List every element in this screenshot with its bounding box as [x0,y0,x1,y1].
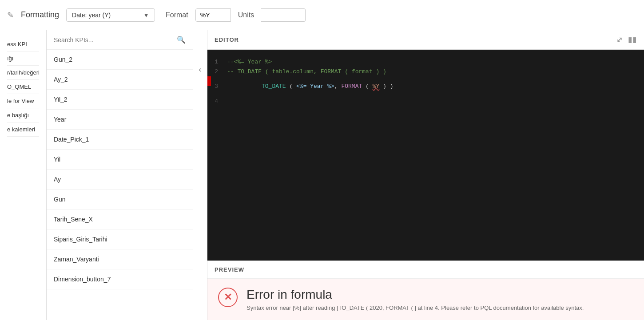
editor-code[interactable]: 1 --<%= Year %> 2 -- TO_DATE ( table.col… [207,50,644,261]
error-content: Error in formula Syntax error near [%] a… [246,288,584,311]
dropdown-value: Date: year (Y) [72,12,111,19]
format-input[interactable] [195,8,231,22]
sidebar-item-view[interactable]: le for View [7,94,39,108]
format-label: Format [166,11,188,19]
sidebar-item-kalemleri[interactable]: e kalemleri [7,122,39,137]
sidebar-item-tarih[interactable]: r/tarih/değerl [7,66,39,80]
kpi-list: Gun_2 Ay_2 Yil_2 Year Date_Pick_1 Yil Ay… [47,50,193,320]
error-box: ✕ Error in formula Syntax error near [%]… [207,279,644,320]
editor-label: EDITOR [215,36,239,43]
date-format-dropdown[interactable]: Date: year (Y) ▼ [66,8,155,22]
collapse-panel-button[interactable]: ‹ [193,30,207,320]
kpi-search-row: 🔍 [47,30,193,50]
chevron-left-icon: ‹ [199,66,201,74]
main-layout: ess KPI ığı r/tarih/değerl O_QMEL le for… [0,30,644,320]
formatting-label: Formatting [21,10,59,20]
kpi-search-input[interactable] [54,36,177,43]
split-view-icon[interactable]: ▮▮ [628,36,637,44]
error-title: Error in formula [246,288,584,302]
kpi-item-ay[interactable]: Ay [47,170,193,190]
kpi-item-zaman[interactable]: Zaman_Varyanti [47,249,193,269]
kpi-item-dimension7[interactable]: Dimension_button_7 [47,269,193,289]
preview-area: PREVIEW ✕ Error in formula Syntax error … [207,261,644,320]
search-icon: 🔍 [177,36,186,44]
code-line-2: 2 -- TO_DATE ( table.column, FORMAT ( fo… [207,67,644,76]
sidebar-item-ess-kpi[interactable]: ess KPI [7,37,39,51]
units-input[interactable] [261,8,306,22]
kpi-panel: 🔍 Gun_2 Ay_2 Yil_2 Year Date_Pick_1 Yil … [47,30,193,320]
kpi-item-siparis[interactable]: Siparis_Giris_Tarihi [47,229,193,249]
kpi-item-gun2[interactable]: Gun_2 [47,50,193,70]
preview-label: PREVIEW [215,266,244,273]
error-circle-icon: ✕ [218,288,238,307]
sidebar-item-qmel[interactable]: O_QMEL [7,80,39,94]
kpi-item-datepick1[interactable]: Date_Pick_1 [47,130,193,150]
line-content-3: TO_DATE ( <%= Year %>, FORMAT ( %Y ) ) [225,76,644,96]
sidebar-item-basligi[interactable]: e başlığı [7,108,39,122]
kpi-item-gun[interactable]: Gun [47,190,193,209]
left-sidebar: ess KPI ığı r/tarih/değerl O_QMEL le for… [0,30,47,320]
kpi-item-ay2[interactable]: Ay_2 [47,70,193,90]
toolbar: ✎ Formatting Date: year (Y) ▼ Format Uni… [0,0,644,30]
formatting-icon: ✎ [7,10,14,20]
error-message: Syntax error near [%] after reading [TO_… [246,304,584,311]
kpi-item-yil2[interactable]: Yil_2 [47,90,193,110]
line-num-4: 4 [207,98,225,105]
editor-header: EDITOR ⤢ ▮▮ [207,30,644,50]
expand-icon[interactable]: ⤢ [616,36,623,44]
units-label: Units [238,11,254,19]
line-content-2: -- TO_DATE ( table.column, FORMAT ( form… [225,68,644,75]
sidebar-item-igi[interactable]: ığı [7,51,39,66]
line-num-2: 2 [207,68,225,75]
chevron-down-icon: ▼ [143,12,149,19]
editor-area: EDITOR ⤢ ▮▮ 1 --<%= Year %> 2 -- TO_DATE… [207,30,644,320]
code-line-3: 3 TO_DATE ( <%= Year %>, FORMAT ( %Y ) ) [207,76,644,96]
kpi-item-tarihsenex[interactable]: Tarih_Sene_X [47,209,193,229]
preview-header: PREVIEW [207,261,644,279]
line-num-1: 1 [207,59,225,65]
kpi-item-year[interactable]: Year [47,110,193,130]
editor-header-icons: ⤢ ▮▮ [616,36,637,44]
line-content-1: --<%= Year %> [225,59,644,65]
code-line-1: 1 --<%= Year %> [207,57,644,67]
kpi-item-yil[interactable]: Yil [47,150,193,170]
error-indicator [207,76,211,86]
code-line-4: 4 [207,96,644,106]
